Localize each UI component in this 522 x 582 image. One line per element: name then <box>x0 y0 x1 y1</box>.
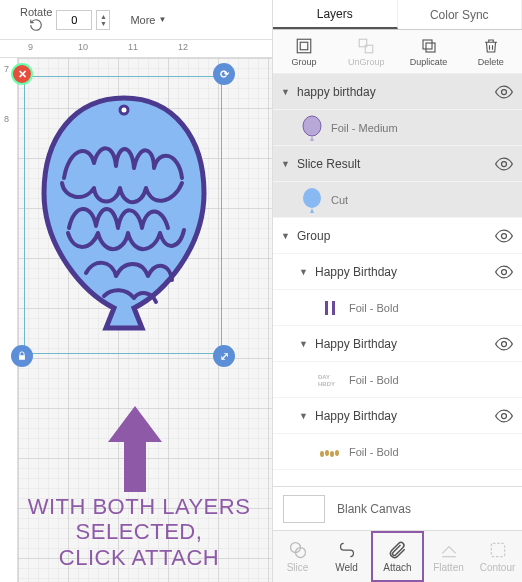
flatten-icon <box>439 540 459 560</box>
caret-icon[interactable]: ▼ <box>281 159 291 169</box>
rotate-handle[interactable]: ⟳ <box>213 63 235 85</box>
resize-handle[interactable]: ⤢ <box>213 345 235 367</box>
trash-icon <box>482 37 500 55</box>
svg-point-0 <box>120 106 128 114</box>
visibility-icon[interactable] <box>494 226 514 246</box>
svg-point-20 <box>325 450 329 456</box>
chevron-down-icon: ▼ <box>158 15 166 24</box>
panel-actions: Group UnGroup Duplicate Delete <box>273 30 522 74</box>
ruler-horizontal: 9 10 11 12 <box>0 40 272 58</box>
svg-point-9 <box>502 161 507 166</box>
svg-point-10 <box>303 188 321 208</box>
layer-cut[interactable]: Cut <box>273 182 522 218</box>
svg-point-11 <box>502 233 507 238</box>
rotate-label: Rotate <box>20 7 52 18</box>
svg-point-15 <box>502 341 507 346</box>
weld-button[interactable]: Weld <box>322 531 371 582</box>
svg-text:DAY: DAY <box>318 374 330 380</box>
slice-icon <box>288 540 308 560</box>
layers-panel: Layers Color Sync Group UnGroup Duplicat… <box>272 0 522 582</box>
contour-icon <box>488 540 508 560</box>
visibility-icon[interactable] <box>494 82 514 102</box>
rotate-icon[interactable] <box>29 18 43 32</box>
layer-hb-2[interactable]: ▼ Happy Birthday <box>273 326 522 362</box>
more-dropdown[interactable]: More ▼ <box>130 14 166 26</box>
delete-button[interactable]: Delete <box>460 30 522 73</box>
caret-icon[interactable]: ▼ <box>281 231 291 241</box>
caret-icon[interactable]: ▼ <box>299 267 309 277</box>
tab-layers[interactable]: Layers <box>273 0 398 29</box>
svg-rect-25 <box>491 543 504 556</box>
layer-slice-result[interactable]: ▼ Slice Result <box>273 146 522 182</box>
ungroup-button: UnGroup <box>335 30 397 73</box>
canvas-label: Blank Canvas <box>337 502 411 516</box>
layer-thumb: DAYHBDY <box>317 367 343 393</box>
visibility-icon[interactable] <box>494 262 514 282</box>
svg-rect-2 <box>300 42 308 50</box>
svg-rect-6 <box>426 43 435 52</box>
caret-icon[interactable]: ▼ <box>281 87 291 97</box>
panel-tabs: Layers Color Sync <box>273 0 522 30</box>
delete-handle[interactable]: ✕ <box>11 63 33 85</box>
blank-canvas-row[interactable]: Blank Canvas <box>273 486 522 530</box>
svg-rect-13 <box>325 301 328 315</box>
slice-button: Slice <box>273 531 322 582</box>
weld-icon <box>337 540 357 560</box>
caret-icon[interactable]: ▼ <box>299 411 309 421</box>
group-icon <box>295 37 313 55</box>
annotation-text: WITH BOTH LAYERS SELECTED, CLICK ATTACH <box>18 494 260 570</box>
layer-happy-birthday[interactable]: ▼ happy birthday <box>273 74 522 110</box>
flatten-button: Flatten <box>424 531 473 582</box>
top-toolbar: Rotate ▲▼ More ▼ <box>0 0 272 40</box>
ruler-vertical: 7 8 <box>0 58 18 582</box>
svg-point-22 <box>335 450 339 456</box>
layer-thumb <box>299 187 325 213</box>
design-grid[interactable]: ✕ ⟳ ⤢ WITH BOTH LAYERS SELECTED <box>18 58 272 582</box>
ungroup-icon <box>357 37 375 55</box>
svg-point-12 <box>502 269 507 274</box>
rotate-input[interactable] <box>56 10 92 30</box>
svg-text:HBDY: HBDY <box>318 381 335 387</box>
layer-hb-3-sub[interactable]: Foil - Bold <box>273 434 522 470</box>
layer-hb-1[interactable]: ▼ Happy Birthday <box>273 254 522 290</box>
layer-hb-3[interactable]: ▼ Happy Birthday <box>273 398 522 434</box>
svg-rect-14 <box>332 301 335 315</box>
duplicate-button[interactable]: Duplicate <box>398 30 460 73</box>
svg-point-21 <box>330 451 334 457</box>
duplicate-icon <box>420 37 438 55</box>
canvas-swatch[interactable] <box>283 495 325 523</box>
rotate-stepper[interactable]: ▲▼ <box>96 10 110 30</box>
group-button[interactable]: Group <box>273 30 335 73</box>
lock-handle[interactable] <box>11 345 33 367</box>
layer-thumb <box>299 115 325 141</box>
contour-button: Contour <box>473 531 522 582</box>
svg-point-19 <box>320 451 324 457</box>
visibility-icon[interactable] <box>494 154 514 174</box>
annotation-arrow-icon <box>108 406 162 492</box>
attach-button[interactable]: Attach <box>371 531 424 582</box>
visibility-icon[interactable] <box>494 406 514 426</box>
layer-group[interactable]: ▼ Group <box>273 218 522 254</box>
bottom-tools: Slice Weld Attach Flatten Contour <box>273 530 522 582</box>
svg-point-18 <box>502 413 507 418</box>
svg-point-7 <box>502 89 507 94</box>
layer-thumb <box>317 439 343 465</box>
attach-icon <box>388 540 408 560</box>
svg-rect-5 <box>423 40 432 49</box>
tab-color-sync[interactable]: Color Sync <box>398 0 523 29</box>
svg-point-8 <box>303 116 321 136</box>
layer-hb-2-sub[interactable]: DAYHBDY Foil - Bold <box>273 362 522 398</box>
layers-list: ▼ happy birthday Foil - Medium ▼ Slice R… <box>273 74 522 486</box>
layer-foil-medium[interactable]: Foil - Medium <box>273 110 522 146</box>
caret-icon[interactable]: ▼ <box>299 339 309 349</box>
balloon-design[interactable] <box>34 88 214 338</box>
layer-thumb <box>317 295 343 321</box>
visibility-icon[interactable] <box>494 334 514 354</box>
canvas-area: Rotate ▲▼ More ▼ 9 10 11 12 7 8 ✕ ⟳ ⤢ <box>0 0 272 582</box>
lock-icon <box>17 351 27 361</box>
svg-rect-1 <box>297 39 311 53</box>
layer-hb-1-sub[interactable]: Foil - Bold <box>273 290 522 326</box>
